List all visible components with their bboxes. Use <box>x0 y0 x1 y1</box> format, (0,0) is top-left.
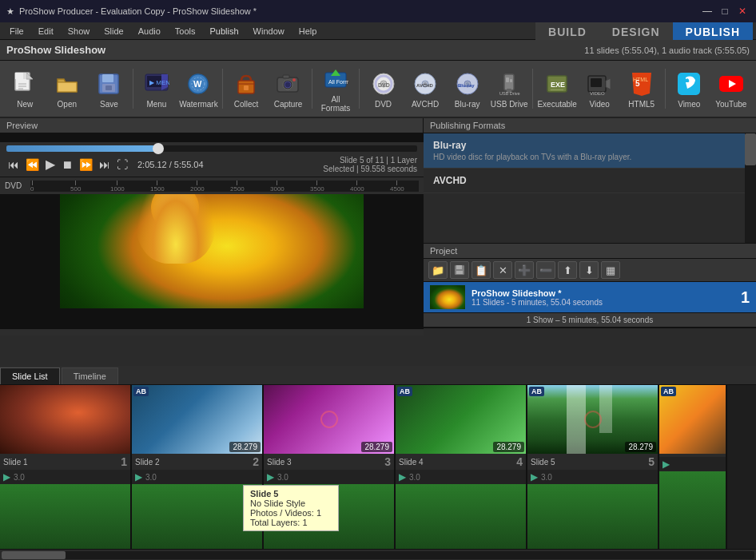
skip-to-start-button[interactable]: ⏮ <box>6 157 21 173</box>
vimeo-button[interactable]: Vimeo <box>669 64 710 113</box>
bluray-label: Blu-ray <box>455 100 480 109</box>
slide-play-2[interactable]: ▶ <box>135 471 142 483</box>
fullscreen-button[interactable]: ⛶ <box>115 157 129 173</box>
menu-button[interactable]: ▶ MENU Menu <box>137 64 177 113</box>
video-button[interactable]: VIDEO Video <box>579 64 620 113</box>
proj-up-btn[interactable]: ⬆ <box>558 261 577 279</box>
publish-scrollbar-thumb[interactable] <box>745 133 756 165</box>
dvd-button[interactable]: DVD DVD <box>363 64 404 113</box>
slide-play-3[interactable]: ▶ <box>267 471 274 483</box>
slide-play-5[interactable]: ▶ <box>531 471 538 483</box>
new-button[interactable]: New <box>5 64 46 113</box>
slide-thumb-1[interactable] <box>0 385 130 454</box>
avchd-icon: AVCHD <box>411 70 440 98</box>
slide-number-3: 3 <box>384 455 391 468</box>
tooltip-line2: No Slide Style <box>250 498 332 508</box>
menu-slide[interactable]: Slide <box>97 25 129 38</box>
tab-timeline[interactable]: Timeline <box>62 367 118 384</box>
slide-number-4: 4 <box>516 455 523 468</box>
menu-publish[interactable]: Publish <box>204 25 245 38</box>
proj-props-btn[interactable]: ▦ <box>601 261 620 279</box>
format-bluray[interactable]: Blu-ray HD video disc for playback on TV… <box>424 133 745 169</box>
slide-thumb-6[interactable]: AB <box>659 385 726 454</box>
proj-down-btn[interactable]: ⬇ <box>579 261 599 279</box>
slide-item-5: AB 28.279 Slide 5 5 ▶ 3.0 <box>527 385 659 549</box>
slide-time-4: 3.0 <box>409 473 420 482</box>
svg-text:HTML: HTML <box>633 77 648 82</box>
project-section: Project 📁 📋 ✕ ➕ ➖ ⬆ ⬇ ▦ <box>424 243 756 312</box>
avchd-button[interactable]: AVCHD AVCHD <box>405 64 446 113</box>
watermark-button[interactable]: W Watermark <box>178 64 219 113</box>
proj-add-btn[interactable]: ➕ <box>515 261 534 279</box>
capture-button[interactable]: Capture <box>268 64 308 113</box>
skip-to-end-button[interactable]: ⏭ <box>97 157 112 173</box>
svg-rect-42 <box>506 77 509 82</box>
svg-text:▶ MENU: ▶ MENU <box>149 79 169 86</box>
proj-remove-btn[interactable]: ➖ <box>536 261 555 279</box>
html5-button[interactable]: 5 HTML HTML5 <box>621 64 662 113</box>
menu-edit[interactable]: Edit <box>32 25 60 38</box>
menu-audio[interactable]: Audio <box>132 25 167 38</box>
slide-thumb-5[interactable]: AB 28.279 <box>527 385 658 454</box>
slide-play-4[interactable]: ▶ <box>399 471 406 483</box>
horizontal-scrollbar[interactable] <box>0 549 756 560</box>
right-panel: Publishing Formats Blu-ray HD video disc… <box>424 118 756 327</box>
tab-slide-list[interactable]: Slide List <box>0 367 60 384</box>
slide-play-1[interactable]: ▶ <box>3 471 10 483</box>
proj-save-btn[interactable] <box>450 261 469 279</box>
proj-clip-btn[interactable]: 📋 <box>472 261 491 279</box>
project-header: Project <box>424 244 756 259</box>
play-button[interactable]: ▶ <box>44 155 57 173</box>
step-back-button[interactable]: ⏪ <box>24 157 41 173</box>
slide-play-6[interactable]: ▶ <box>662 459 670 470</box>
svg-rect-22 <box>283 75 289 78</box>
usb-drive-button[interactable]: USB Drive USB Drive <box>489 64 530 113</box>
project-item[interactable]: ProShow Slideshow * 11 Slides - 5 minute… <box>424 282 756 312</box>
open-button[interactable]: Open <box>47 64 88 113</box>
maximize-button[interactable]: □ <box>718 4 732 18</box>
menu-file[interactable]: File <box>3 25 30 38</box>
slide-thumb-2[interactable]: AB 28.279 <box>132 385 262 454</box>
hscroll-thumb[interactable] <box>2 551 66 559</box>
bluray-button[interactable]: Blu-ray Blu-ray <box>447 64 487 113</box>
minimize-button[interactable]: — <box>700 4 714 18</box>
slides-container: Slide 1 1 ▶ 3.0 AB 28.279 Slide 2 2 ▶ <box>0 385 756 549</box>
slide-thumb-3[interactable]: 28.279 <box>264 385 394 454</box>
publish-scrollbar[interactable] <box>745 133 756 243</box>
project-number: 1 <box>741 288 750 307</box>
slide-item-6: AB ▶ <box>659 385 727 549</box>
toolbar-separator-6 <box>665 69 666 109</box>
html5-icon: 5 HTML <box>627 70 656 98</box>
menu-help[interactable]: Help <box>292 25 324 38</box>
slide-audio-5 <box>527 484 658 549</box>
slide-transport-5: ▶ 3.0 <box>527 470 658 484</box>
project-name: ProShow Slideshow * <box>472 288 734 298</box>
progress-thumb[interactable] <box>153 143 164 154</box>
svg-rect-40 <box>504 74 514 90</box>
format-avchd[interactable]: AVCHD <box>424 169 745 193</box>
save-button[interactable]: Save <box>89 64 129 113</box>
slide-thumb-4[interactable]: AB 28.279 <box>396 385 526 454</box>
svg-rect-43 <box>510 79 512 82</box>
slide-audio-1 <box>0 484 130 549</box>
menu-window[interactable]: Window <box>247 25 291 38</box>
all-formats-button[interactable]: All Formats All Formats <box>316 64 356 113</box>
proj-close-btn[interactable]: ✕ <box>493 261 512 279</box>
executable-button[interactable]: EXE Executable <box>536 64 577 113</box>
close-button[interactable]: ✕ <box>735 4 750 18</box>
mode-publish-button[interactable]: PUBLISH <box>673 22 753 40</box>
menu-show[interactable]: Show <box>62 25 97 38</box>
proj-open-btn[interactable]: 📁 <box>428 261 448 279</box>
stop-button[interactable]: ⏹ <box>60 157 74 173</box>
time-display: 2:05.12 / 5:55.04 <box>137 160 204 169</box>
menu-tools[interactable]: Tools <box>169 25 202 38</box>
format-bluray-desc: HD video disc for playback on TVs with a… <box>433 153 735 161</box>
youtube-label: YouTube <box>715 100 746 109</box>
mode-build-button[interactable]: BUILD <box>535 22 599 40</box>
progress-bar[interactable] <box>6 145 417 152</box>
step-forward-button[interactable]: ⏩ <box>78 157 94 173</box>
mode-design-button[interactable]: DESIGN <box>599 22 673 40</box>
youtube-button[interactable]: YouTube <box>711 64 752 113</box>
collect-button[interactable]: Collect <box>226 64 267 113</box>
ruler[interactable]: 0 500 1000 1500 2000 2500 3000 3500 4000… <box>30 181 419 192</box>
